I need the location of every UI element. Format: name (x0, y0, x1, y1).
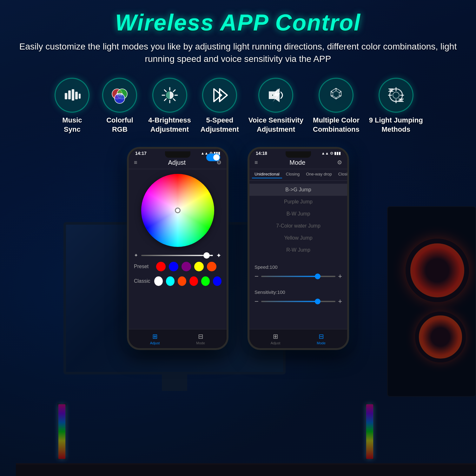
preset-label: Preset (134, 264, 153, 269)
svg-marker-18 (214, 89, 221, 102)
classic-color-blue[interactable] (213, 276, 221, 286)
tab-closing[interactable]: Closing (283, 170, 302, 178)
features-row: MusicSync RGB ColorfulRGB (13, 78, 463, 134)
phone-right-screen: 14:18 ▲▲ ⊙ ▮▮▮ ≡ Mode ⚙ Unidirectional C… (249, 149, 347, 348)
brightness-label: 4-BrightnessAdjustment (148, 116, 191, 134)
mode-item-purple-jump[interactable]: Purple Jump (249, 196, 347, 208)
phone-left: 14:17 ▲▲ ⊙ ▮▮▮ ≡ Adjust ⚙ (127, 147, 228, 350)
sensitivity-section: Sensitivity:100 − + (249, 286, 347, 309)
adjust-nav-icon-right: ⊞ (273, 333, 278, 340)
sensitivity-thumb[interactable] (315, 299, 321, 304)
mode-nav-label-right: Mode (317, 341, 326, 345)
color-wheel[interactable] (141, 174, 214, 247)
adjust-nav-label-right: Adjust (271, 341, 281, 345)
phone-right-bottom-nav: ⊞ Adjust ⊟ Mode (249, 329, 347, 348)
main-content: Wireless APP Control Easily customize th… (0, 0, 476, 476)
speed-icon-circle (202, 78, 237, 113)
sensitivity-label-text: Sensitivity:100 (255, 289, 342, 295)
phone-right-header: ≡ Mode ⚙ (249, 158, 347, 169)
colorful-rgb-label: ColorfulRGB (106, 116, 133, 134)
phone-left-title: Adjust (168, 159, 186, 166)
sensitivity-plus-button[interactable]: + (338, 297, 342, 306)
feature-voice: Voice SensitivityAdjustment (248, 78, 303, 134)
svg-text:RGB: RGB (116, 93, 123, 96)
color-combinations-icon (327, 86, 346, 105)
classic-color-green[interactable] (201, 276, 210, 286)
music-sync-icon-circle (55, 78, 89, 113)
preset-color-blue[interactable] (169, 262, 178, 271)
sensitivity-minus-button[interactable]: − (255, 297, 259, 306)
color-wheel-dot[interactable] (175, 208, 181, 213)
phone-left-bottom-nav: ⊞ Adjust ⊟ Mode (129, 329, 227, 348)
color-combos-icon-circle (319, 78, 354, 113)
speed-plus-button[interactable]: + (338, 272, 342, 281)
feature-music-sync: MusicSync (53, 78, 91, 134)
brightness-max-icon: ✦ (216, 252, 221, 259)
svg-rect-2 (72, 89, 74, 101)
adjust-nav-icon: ⊞ (152, 333, 158, 340)
preset-color-yellow[interactable] (194, 262, 204, 271)
mode-nav-label: Mode (196, 341, 205, 345)
svg-line-17 (164, 99, 166, 101)
page-title: Wireless APP Control (13, 10, 463, 36)
speed-minus-button[interactable]: − (255, 272, 259, 281)
color-combos-label: Multiple ColorCombinations (313, 116, 360, 134)
phone-right-icons: ▲▲ ⊙ ▮▮▮ (321, 151, 341, 155)
mode-item-rw-jump[interactable]: R-W Jump (249, 244, 347, 256)
classic-color-cyan[interactable] (166, 276, 175, 286)
bottom-nav-adjust-left[interactable]: ⊞ Adjust (132, 333, 178, 345)
preset-color-orange[interactable] (207, 262, 216, 271)
brightness-min-icon: ✦ (134, 252, 138, 258)
preset-color-purple[interactable] (182, 262, 191, 271)
svg-point-32 (393, 92, 399, 98)
mode-item-bw-jump[interactable]: B-W Jump (249, 208, 347, 220)
phone-left-time: 14:17 (135, 151, 147, 156)
jump-methods-label: 9 Light JumpingMethods (369, 116, 423, 134)
mode-nav-icon-right: ⊟ (319, 333, 324, 340)
classic-row: Classic (129, 274, 227, 288)
brightness-icon (160, 86, 179, 105)
speed-label-text: Speed:100 (255, 264, 342, 270)
toggle-switch[interactable] (206, 154, 220, 161)
feature-speed: 5-SpeedAdjustment (201, 78, 239, 134)
voice-label: Voice SensitivityAdjustment (248, 116, 303, 134)
tab-one-way-drop[interactable]: One-way drop (303, 170, 334, 178)
bottom-nav-mode-left[interactable]: ⊟ Mode (178, 333, 223, 345)
speed-thumb[interactable] (315, 274, 321, 279)
hamburger-icon-right[interactable]: ≡ (255, 159, 258, 166)
speed-track[interactable] (261, 276, 335, 277)
mode-item-bg-jump[interactable]: B->G Jump (249, 184, 347, 196)
svg-line-14 (164, 90, 166, 92)
sensitivity-track[interactable] (261, 301, 335, 302)
brightness-thumb[interactable] (203, 252, 210, 259)
feature-color-combos: Multiple ColorCombinations (313, 78, 360, 134)
phone-right-title: Mode (289, 159, 305, 166)
feature-jump-methods: 9 Light JumpingMethods (369, 78, 423, 134)
brightness-slider[interactable]: ✦ ✦ (134, 252, 221, 259)
bottom-nav-adjust-right[interactable]: ⊞ Adjust (253, 333, 298, 345)
mode-nav-icon: ⊟ (198, 333, 203, 340)
preset-color-red[interactable] (156, 262, 166, 271)
tab-unidirectional[interactable]: Unidirectional (252, 170, 282, 178)
bottom-nav-mode-right[interactable]: ⊟ Mode (298, 333, 344, 345)
phone-right-notch (286, 151, 311, 158)
svg-line-16 (173, 90, 175, 92)
sensitivity-slider-row: − + (255, 297, 342, 306)
phone-right: 14:18 ▲▲ ⊙ ▮▮▮ ≡ Mode ⚙ Unidirectional C… (248, 147, 349, 350)
mode-item-7color-jump[interactable]: 7-Color water Jump (249, 220, 347, 232)
mode-list: B->G Jump Purple Jump B-W Jump 7-Color w… (249, 181, 347, 259)
tab-closing-and[interactable]: Closing and (336, 170, 347, 178)
classic-color-orange[interactable] (178, 276, 186, 286)
color-wheel-container (129, 169, 227, 252)
svg-rect-3 (75, 92, 78, 99)
preset-row: Preset (129, 259, 227, 274)
classic-color-red[interactable] (189, 276, 198, 286)
mode-item-yellow-jump[interactable]: Yellow Jump (249, 232, 347, 244)
brightness-track[interactable] (141, 255, 213, 256)
classic-color-white[interactable] (154, 276, 163, 286)
hamburger-icon-left[interactable]: ≡ (134, 159, 137, 166)
music-sync-label: MusicSync (62, 116, 82, 134)
music-sync-icon (63, 87, 81, 104)
phones-container: 14:17 ▲▲ ⊙ ▮▮▮ ≡ Adjust ⚙ (13, 147, 463, 350)
settings-icon-right[interactable]: ⚙ (337, 159, 342, 166)
